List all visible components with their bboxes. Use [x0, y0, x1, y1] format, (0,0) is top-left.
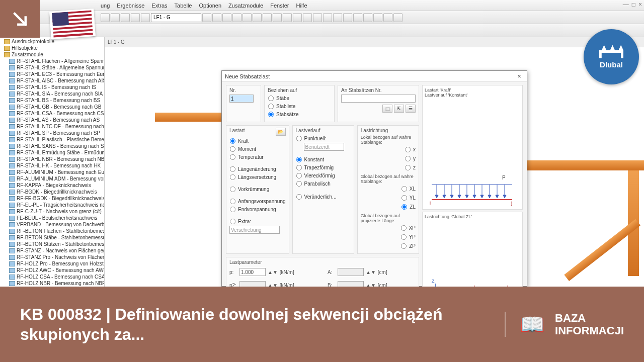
tree-module-item[interactable]: RF-STAHL Plastisch - Plastische Bemessu [0, 136, 104, 143]
list-icon[interactable]: ☰ [406, 105, 416, 113]
tb-icon[interactable] [131, 13, 140, 22]
radio-stabsaetze[interactable]: Stabsätze [268, 111, 331, 118]
radio-yp[interactable]: YP [400, 233, 416, 240]
radio-viereckfoermig[interactable]: Viereckförmig [296, 172, 351, 179]
radio-laengsversetzung[interactable]: Längsversetzung [229, 173, 286, 180]
tb-icon[interactable] [101, 13, 110, 22]
tree-module-item[interactable]: RF-BETON Stäbe - Stahlbetonbemessung [0, 234, 104, 241]
tb-icon[interactable] [373, 13, 382, 22]
radio-veraenderlich[interactable]: Veränderlich... [296, 193, 351, 200]
tree-module-item[interactable]: RF-C-ZU-T - Nachweis von grenz (c/t) [0, 208, 104, 215]
tree-module-item[interactable]: RF-STANZ - Nachweis von Flächen geger [0, 247, 104, 254]
tb-icon[interactable] [263, 13, 272, 22]
tb-icon[interactable] [333, 13, 342, 22]
tree-module-item[interactable]: VERBAND - Bemessung von Dachverbänc [0, 221, 104, 228]
tree-module-item[interactable]: RF-STAHL Flächen - Allgemeine Spannun [0, 58, 104, 64]
library-icon[interactable]: 📂 [276, 128, 286, 136]
radio-xl[interactable]: XL [401, 185, 416, 192]
tb-icon[interactable] [293, 13, 302, 22]
tree-module-item[interactable]: RF-STAHL SP - Bemessung nach SP [0, 130, 104, 136]
tb-icon[interactable] [141, 13, 150, 22]
tb-icon[interactable] [323, 13, 332, 22]
maximize-icon[interactable]: □ [632, 1, 635, 8]
radio-yl[interactable]: YL [401, 194, 416, 201]
radio-y[interactable]: y [405, 155, 416, 162]
tb-icon[interactable] [353, 13, 362, 22]
tree-module-item[interactable]: RF-BETON Flächen - Stahlbetonbemessu [0, 228, 104, 234]
tb-icon[interactable] [202, 13, 211, 22]
radio-konstant[interactable]: Konstant [296, 156, 351, 163]
radio-zp[interactable]: ZP [400, 242, 416, 249]
select-icon[interactable]: ⇱ [394, 105, 404, 113]
radio-laengenaenderung[interactable]: Längenänderung [229, 165, 286, 172]
tree-module-item[interactable]: RF-HOLZ CSA - Bemessung nach CSA [0, 274, 104, 280]
radio-parabolisch[interactable]: Parabolisch [296, 180, 351, 187]
tree-module-item[interactable]: RF-STAHL BS - Bemessung nach BS [0, 97, 104, 104]
tree-module-item[interactable]: RF-STAHL AS - Bemessung nach AS [0, 117, 104, 123]
tree-module-item[interactable]: RF-HOLZ Pro - Bemessung von Holzstäbe [0, 260, 104, 267]
p1-input[interactable]: 1.000 [239, 268, 266, 276]
tb-icon[interactable] [243, 13, 252, 22]
tb-icon[interactable] [313, 13, 322, 22]
close-icon[interactable]: × [638, 1, 642, 8]
stabsatz-input[interactable] [341, 95, 416, 103]
menu-item[interactable]: Tabelle [175, 3, 192, 9]
tb-icon[interactable] [303, 13, 312, 22]
tb-icon[interactable] [283, 13, 292, 22]
radio-vorkruemmung[interactable]: Vorkrümmung [229, 186, 286, 193]
tb-icon[interactable] [111, 13, 120, 22]
tree-module-item[interactable]: RF-FE-BGDK - Biegedrillknicknachweis m [0, 195, 104, 202]
tb-icon[interactable] [121, 13, 130, 22]
close-icon[interactable]: × [515, 72, 524, 80]
tree-module-item[interactable]: RF-ALUMINIUM - Bemessung nach Euroc [0, 169, 104, 175]
radio-temperatur[interactable]: Temperatur [229, 153, 286, 160]
radio-trapezfoermig[interactable]: Trapezförmig [296, 164, 351, 171]
tb-icon[interactable] [393, 13, 403, 22]
radio-kraft[interactable]: Kraft [229, 137, 286, 144]
radio-moment[interactable]: Moment [229, 145, 286, 152]
tb-icon[interactable] [343, 13, 352, 22]
tb-icon[interactable] [212, 13, 221, 22]
view-tab[interactable]: LF1 - G [105, 37, 644, 47]
a-input[interactable] [338, 268, 364, 276]
minimize-icon[interactable]: — [623, 1, 629, 8]
nr-input[interactable] [229, 95, 254, 103]
menu-item[interactable]: Ergebnisse [117, 3, 144, 9]
menu-item[interactable]: Zusatzmodule [228, 3, 263, 9]
tree-module-item[interactable]: RF-KAPPA - Biegeknicknachweis [0, 182, 104, 189]
tree-item[interactable]: Zusatzmodule [0, 51, 104, 58]
tree-module-item[interactable]: RF-BETON Stützen - Stahlbetonbemessur [0, 241, 104, 247]
tree-module-item[interactable]: RF-STAHL Ermüdung Stäbe - Ermüdungs [0, 149, 104, 156]
tree-module-item[interactable]: RF-STAHL EC3 - Bemessung nach Euroc [0, 71, 104, 77]
radio-x[interactable]: x [405, 146, 416, 153]
tree-module-item[interactable]: RF-STAHL AISC - Bemessung nach AISC ( [0, 77, 104, 84]
menu-item[interactable]: Optionen [199, 3, 221, 9]
tb-icon[interactable] [253, 13, 262, 22]
tree-module-item[interactable]: RF-STAHL CSA - Bemessung nach CSA [0, 110, 104, 117]
tree-module-item[interactable]: RF-ALUMINIUM ADM - Bemessung von S [0, 175, 104, 182]
radio-anfangsvorspannung[interactable]: Anfangsvorspannung [229, 198, 286, 205]
tree-module-item[interactable]: RF-STAHL IS - Bemessung nach IS [0, 84, 104, 90]
tree-module-item[interactable]: RF-STAHL Stäbe - Allgemeine Spannungs [0, 64, 104, 71]
tb-icon[interactable] [273, 13, 282, 22]
tb-icon[interactable] [222, 13, 231, 22]
tree-module-item[interactable]: RF-HOLZ AWC - Bemessung nach AWC ( [0, 267, 104, 274]
tree-module-item[interactable]: FE-BEUL - Beulsicherheitsnachweis [0, 215, 104, 221]
extra-combo[interactable]: Verschiebung [229, 226, 280, 234]
tree-module-item[interactable]: RF-STAHL SIA - Bemessung nach SIA [0, 90, 104, 97]
tree-item[interactable]: Ausdruckprotokolle [0, 38, 104, 45]
radio-staebe[interactable]: Stäbe [268, 95, 331, 102]
pick-icon[interactable]: ⬚ [382, 105, 392, 113]
tb-icon[interactable] [363, 13, 372, 22]
radio-zl[interactable]: ZL [401, 203, 416, 210]
radio-punktuell[interactable]: Punktuell: [296, 135, 351, 142]
tree-item[interactable]: Hilfsobjekte [0, 45, 104, 51]
tb-icon[interactable] [232, 13, 242, 22]
menu-item[interactable]: Fenster [270, 3, 289, 9]
tree-module-item[interactable]: RF-STAHL NTC-DF - Bemessung nach NT [0, 123, 104, 130]
punktuell-combo[interactable]: Benutzerdt [304, 143, 344, 151]
menu-item[interactable]: Extras [151, 3, 167, 9]
tree-module-item[interactable]: RF-STAHL NBR - Bemessung nach NBR [0, 156, 104, 162]
tb-icon[interactable] [383, 13, 392, 22]
tree-module-item[interactable]: RF-EL-PL - Tragsicherheitsnachweis nach [0, 202, 104, 208]
